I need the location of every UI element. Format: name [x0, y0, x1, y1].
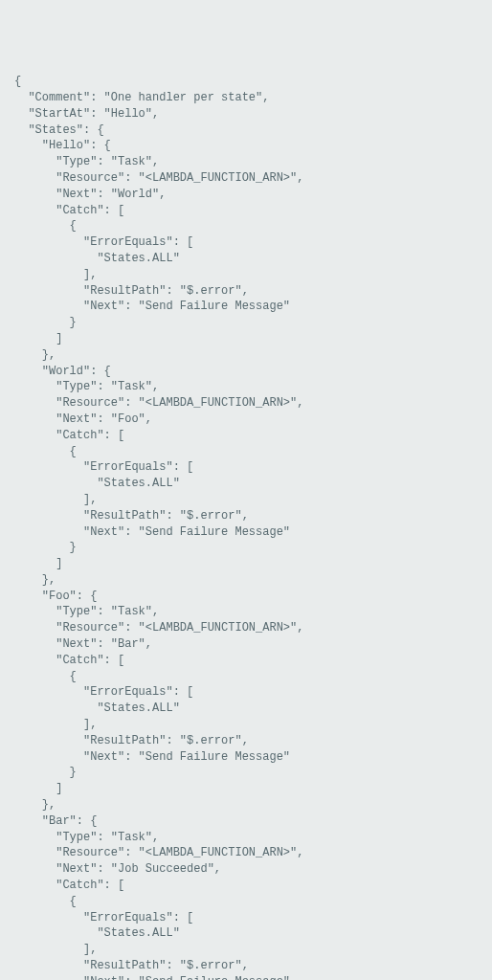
code-block: { "Comment": "One handler per state", "S… — [14, 74, 478, 980]
